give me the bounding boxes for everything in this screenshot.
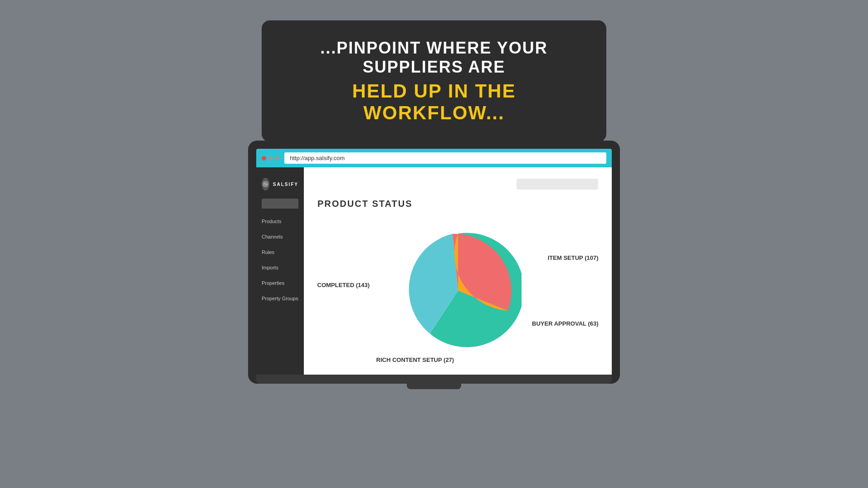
dot-red [262, 156, 266, 161]
bubble-line1: ...PINPOINT WHERE YOUR SUPPLIERS ARE [289, 39, 579, 77]
laptop-stand [407, 384, 461, 389]
sidebar-link-products: Products [262, 219, 281, 224]
app-content: SALSIFY Products Channels Rules Imports … [256, 167, 612, 375]
sidebar-item-products[interactable]: Products [256, 213, 304, 229]
sidebar-link-properties: Properties [262, 280, 284, 286]
sidebar-item-imports[interactable]: Imports [256, 259, 304, 275]
chart-title: PRODUCT STATUS [317, 199, 598, 209]
sidebar-search-bar [262, 199, 298, 209]
bubble-line2-suffix: ... [486, 102, 505, 123]
label-rich-content: RICH CONTENT SETUP (27) [376, 356, 454, 363]
chart-section: PRODUCT STATUS [317, 199, 598, 363]
chart-area: COMPLETED (143) ITEM SETUP (107) BUYER A… [317, 218, 598, 363]
sidebar-item-channels[interactable]: Channels [256, 229, 304, 244]
browser-chrome: http://app.salsify.com [256, 149, 612, 167]
dot-yellow [268, 156, 273, 161]
laptop-base [256, 375, 612, 384]
browser-url-bar[interactable]: http://app.salsify.com [284, 152, 606, 164]
sidebar-nav: Products Channels Rules Imports Properti… [256, 213, 304, 306]
speech-bubble-container: ...PINPOINT WHERE YOUR SUPPLIERS ARE HEL… [262, 20, 606, 160]
pie-chart-wrapper: COMPLETED (143) ITEM SETUP (107) BUYER A… [395, 227, 522, 354]
sidebar-link-channels: Channels [262, 234, 283, 239]
sidebar-logo: SALSIFY [256, 174, 304, 199]
dot-green [275, 156, 280, 161]
label-item-setup: ITEM SETUP (107) [548, 254, 599, 261]
sidebar-item-property-groups[interactable]: Property Groups [256, 290, 304, 306]
main-header [317, 179, 598, 190]
main-content: PRODUCT STATUS [304, 167, 612, 375]
speech-bubble: ...PINPOINT WHERE YOUR SUPPLIERS ARE HEL… [262, 20, 606, 142]
sidebar: SALSIFY Products Channels Rules Imports … [256, 167, 304, 375]
laptop-container: http://app.salsify.com SALSIFY [248, 141, 620, 389]
laptop-frame: http://app.salsify.com SALSIFY [248, 141, 620, 384]
logo-icon [262, 178, 269, 190]
bubble-line2: HELD UP IN THE WORKFLOW... [289, 80, 579, 124]
logo-text: SALSIFY [273, 182, 298, 187]
sidebar-link-property-groups: Property Groups [262, 296, 298, 301]
sidebar-item-rules[interactable]: Rules [256, 244, 304, 259]
main-search-input[interactable] [517, 179, 598, 190]
label-buyer-approval: BUYER APPROVAL (63) [532, 320, 598, 327]
label-completed: COMPLETED (143) [317, 282, 370, 288]
sidebar-link-imports: Imports [262, 265, 278, 270]
chart-labels: COMPLETED (143) ITEM SETUP (107) BUYER A… [395, 227, 522, 354]
browser-dots [262, 156, 280, 161]
sidebar-link-rules: Rules [262, 249, 274, 255]
sidebar-item-properties[interactable]: Properties [256, 275, 304, 290]
